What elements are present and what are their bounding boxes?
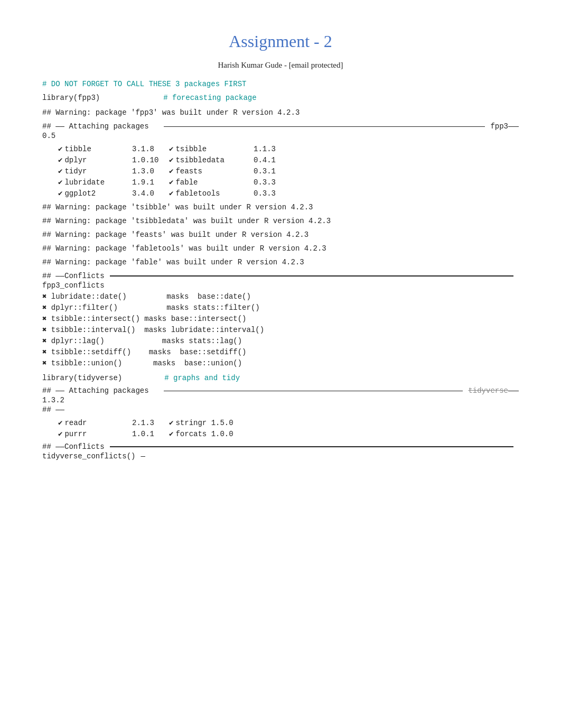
check-dplyr: ✔	[58, 155, 62, 164]
check-fabletools: ✔	[169, 189, 173, 198]
attach-header-text: ## —— Attaching packages	[42, 122, 149, 131]
warning-tsibbledata: ## Warning: package 'tsibbledata' was bu…	[42, 217, 519, 225]
warning-fpp3: ## Warning: package 'fpp3' was built und…	[42, 108, 519, 117]
warnings-block: ## Warning: package 'tsibble' was built …	[42, 203, 519, 266]
check-feasts: ✔	[169, 167, 173, 176]
pkg-purrr: ✔ purrr	[58, 429, 132, 438]
pkg-tsibble-version: 1.1.3	[254, 144, 291, 153]
attach-packages-header2: ## —— Attaching packages tidyverse	[42, 386, 519, 395]
packages-table: ✔ tibble 3.1.8 ✔ tsibble 1.1.3 ✔ dplyr 1…	[58, 144, 519, 198]
conflict-lubridate-date: ✖ lubridate::date() masks base::date()	[42, 292, 519, 301]
conflict-tsibble-setdiff: ✖ tsibble::setdiff() masks base::setdiff…	[42, 347, 519, 356]
warning-feasts: ## Warning: package 'feasts' was built u…	[42, 231, 519, 239]
conflict-tsibble-intersect: ✖ tsibble::intersect() masks base::inter…	[42, 314, 519, 323]
pkg-purrr-version: 1.0.1	[132, 429, 169, 438]
pkg-name-stringr: stringr 1.5.0	[175, 419, 233, 427]
attach-divider-line2	[164, 391, 463, 391]
pkg-tsibble: ✔ tsibble	[169, 144, 254, 153]
check-purrr: ✔	[58, 429, 62, 438]
tidyverse-conflicts-line: tidyverse_conflicts() —	[42, 452, 519, 460]
conflict-tsibble-interval: ✖ tsibble::interval() masks lubridate::i…	[42, 325, 519, 334]
attach-right-line2	[508, 391, 519, 391]
pkg-tsibbledata: ✔ tsibbledata	[169, 155, 254, 164]
conflict-dplyr-lag: ✖ dplyr::lag() masks stats::lag()	[42, 336, 519, 345]
pkg-name-purrr: purrr	[64, 430, 87, 438]
fpp3-conflicts-pkg: fpp3_conflicts	[42, 281, 519, 290]
version-ggplot2: 3.4.0	[132, 189, 154, 198]
pkg-name-tidyr: tidyr	[64, 167, 87, 176]
conflict-tsibble-union: ✖ tsibble::union() masks base::union()	[42, 358, 519, 367]
tidyverse-conflicts-dash: —	[141, 452, 145, 460]
pkg-name-dplyr: dplyr	[64, 156, 87, 164]
pkg-fable: ✔ fable	[169, 178, 254, 187]
tidyverse-version: 1.3.2	[42, 396, 519, 404]
version-tibble: 3.1.8	[132, 145, 154, 153]
warning-fable: ## Warning: package 'fable' was built un…	[42, 258, 519, 266]
attach-packages-header: ## —— Attaching packages fpp3	[42, 122, 519, 131]
pkg-readr: ✔ readr	[58, 418, 132, 427]
version-fabletools: 0.3.3	[254, 189, 276, 198]
pkg-tidyr: ✔ tidyr	[58, 167, 132, 176]
conflict-dplyr-filter: ✖ dplyr::filter() masks stats::filter()	[42, 303, 519, 312]
page-title: Assignment - 2	[42, 32, 519, 51]
conflicts-divider	[110, 275, 513, 277]
packages-table2: ✔ readr 2.1.3 ✔ stringr 1.5.0 ✔ purrr 1.…	[58, 418, 519, 438]
check-tsibble: ✔	[169, 144, 173, 153]
attach-pkg-name2: tidyverse	[468, 386, 508, 395]
check-tsibbledata: ✔	[169, 155, 173, 164]
pkg-ggplot2-version: 3.4.0	[132, 189, 169, 198]
version-feasts: 0.3.1	[254, 167, 276, 176]
version-tidyr: 1.3.0	[132, 167, 154, 176]
pkg-name-fable: fable	[175, 178, 198, 187]
library-fpp3: library(fpp3)	[42, 94, 100, 102]
pkg-dplyr-version: 1.0.10	[132, 155, 169, 164]
check-ggplot2: ✔	[58, 189, 62, 198]
graphs-tidy-comment: # graphs and tidy	[164, 374, 240, 382]
pkg-fable-version: 0.3.3	[254, 178, 291, 187]
warning-fabletools: ## Warning: package 'fabletools' was bui…	[42, 244, 519, 253]
fpp3-version: 0.5	[42, 132, 519, 140]
check-fable: ✔	[169, 178, 173, 187]
pkg-name-fabletools: fabletools	[175, 189, 220, 198]
pkg-name-lubridate: lubridate	[64, 178, 105, 187]
version-fable: 0.3.3	[254, 178, 276, 187]
attach-right-line	[508, 126, 519, 127]
pkg-name-tsibble: tsibble	[175, 145, 207, 153]
pkg-readr-version: 2.1.3	[132, 418, 169, 427]
conflicts-header-row: ## ——Conflicts	[42, 272, 519, 280]
version-tsibble: 1.1.3	[254, 145, 276, 153]
conflicts-section: ## ——Conflicts fpp3_conflicts ✖ lubridat…	[42, 272, 519, 367]
pkg-tibble: ✔ tibble	[58, 144, 132, 153]
pkg-name-tsibbledata: tsibbledata	[175, 156, 224, 164]
conflicts-header-text: ## ——Conflicts	[42, 272, 105, 280]
conflicts-divider2	[110, 446, 513, 447]
forecasting-comment: # forecasting package	[163, 94, 256, 102]
library-tidyverse-line: library(tidyverse) # graphs and tidy	[42, 374, 519, 382]
pkg-forcats-version	[254, 429, 291, 438]
pkg-tibble-version: 3.1.8	[132, 144, 169, 153]
pkg-name-feasts: feasts	[175, 167, 202, 176]
pkg-lubridate-version: 1.9.1	[132, 178, 169, 187]
conflicts-section2: ## ——Conflicts tidyverse_conflicts() —	[42, 443, 519, 460]
pkg-name-readr: readr	[64, 419, 87, 427]
do-not-forget-comment: # DO NOT FORGET TO CALL THESE 3 packages…	[42, 80, 246, 88]
check-forcats: ✔	[169, 429, 173, 438]
pkg-fabletools-version: 0.3.3	[254, 189, 291, 198]
library-tidyverse-code: library(tidyverse)	[42, 374, 122, 382]
pkg-feasts-version: 0.3.1	[254, 167, 291, 176]
check-readr: ✔	[58, 418, 62, 427]
pkg-ggplot2: ✔ ggplot2	[58, 189, 132, 198]
version-dplyr: 1.0.10	[132, 156, 158, 164]
pkg-forcats: ✔ forcats 1.0.0	[169, 429, 254, 438]
tidyverse-conflicts-code: tidyverse_conflicts()	[42, 452, 135, 460]
check-lubridate: ✔	[58, 178, 62, 187]
pkg-stringr: ✔ stringr 1.5.0	[169, 418, 254, 427]
pkg-tsibbledata-version: 0.4.1	[254, 155, 291, 164]
pkg-name-forcats: forcats 1.0.0	[175, 430, 233, 438]
pkg-name-ggplot2: ggplot2	[64, 189, 96, 198]
pkg-dplyr: ✔ dplyr	[58, 155, 132, 164]
pkg-stringr-version	[254, 418, 291, 427]
conflicts-header-row2: ## ——Conflicts	[42, 443, 519, 451]
pkg-fabletools: ✔ fabletools	[169, 189, 254, 198]
attach-divider-line	[164, 126, 485, 127]
